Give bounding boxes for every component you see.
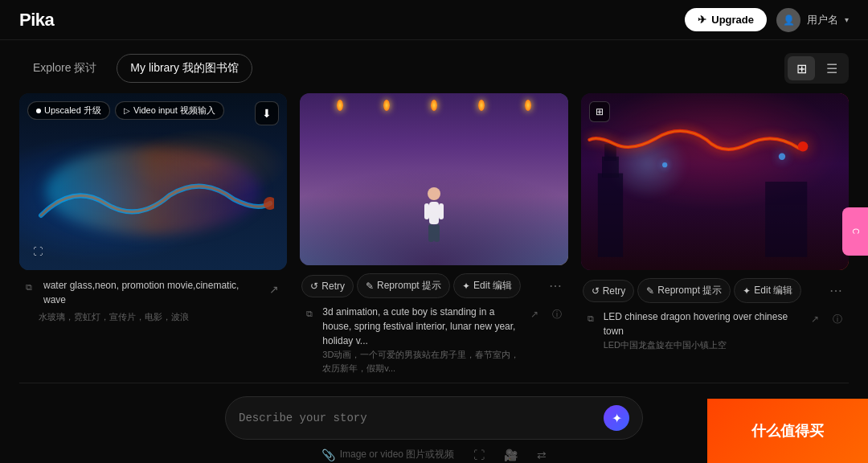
lanterns <box>300 100 567 111</box>
spark-button[interactable]: ✦ <box>604 405 629 431</box>
svg-rect-2 <box>429 202 439 224</box>
card-3-prompt-icon: ⧉ <box>583 310 599 326</box>
card-3-info: ↺ Retry ✎ Reprompt 提示 ✦ Edit 编辑 ⋯ ⧉ LED … <box>581 270 849 360</box>
card-3-meta-text: LED chinese dragon hovering over chinese… <box>604 309 800 352</box>
grid-view-button[interactable]: ⊞ <box>788 56 815 80</box>
prompt-copy-icon: ⧉ <box>21 279 37 295</box>
tab-my-library[interactable]: My library 我的图书馆 <box>117 54 252 83</box>
card-3-reprompt-button[interactable]: ✎ Reprompt 提示 <box>637 278 731 303</box>
card-3-img-icon: ⊞ <box>589 101 610 122</box>
username: 用户名 <box>807 13 838 27</box>
card-1-prompt-en: water glass,neon, promotion movie,cinema… <box>43 278 256 307</box>
nav-tabs: Explore 探讨 My library 我的图书馆 ⊞ ☰ <box>0 40 868 93</box>
card-3-retry-button[interactable]: ↺ Retry <box>583 280 635 302</box>
card-2-prompt-zh: 3D动画，一个可爱的男孩站在房子里，春节室内，农历新年，假期v... <box>322 348 519 375</box>
card-3-prompt-zh: LED中国龙盘旋在中国小镇上空 <box>604 338 800 352</box>
camera-tool-button[interactable]: 🎥 <box>504 449 518 461</box>
card-2-prompt-icon: ⧉ <box>301 305 317 322</box>
svg-point-12 <box>662 162 667 167</box>
swap-tool-button[interactable]: ⇄ <box>537 449 547 461</box>
card-1-actions: ⧉ water glass,neon, promotion movie,cine… <box>21 278 285 307</box>
card-3-edit-icon: ✦ <box>743 285 751 297</box>
svg-rect-7 <box>597 174 622 257</box>
card-2-meta-actions: ↗ ⓘ <box>525 305 567 324</box>
card-2: ↺ Retry ✎ Reprompt 提示 ✦ Edit 编辑 ⋯ ⧉ 3d a… <box>300 93 567 383</box>
svg-point-1 <box>428 187 440 200</box>
card-1-prompt-zh: 水玻璃，霓虹灯，宣传片，电影，波浪 <box>21 310 285 324</box>
card-3-share-button[interactable]: ↗ <box>805 309 825 329</box>
main-content: Upscaled 升级 ▷ Video input 视频输入 ⬇ ⛶ ⧉ wat… <box>0 93 868 383</box>
reprompt-icon: ✎ <box>366 281 374 292</box>
svg-rect-3 <box>424 203 429 219</box>
card-1-text: water glass,neon, promotion movie,cinema… <box>43 278 256 307</box>
user-area[interactable]: 👤 用户名 ▾ <box>776 8 849 32</box>
card-3-actions: ↺ Retry ✎ Reprompt 提示 ✦ Edit 编辑 ⋯ <box>583 278 847 303</box>
floating-button[interactable]: C <box>842 207 868 256</box>
edit-icon: ✦ <box>462 281 470 292</box>
card-2-prompt-en: 3d animation, a cute boy is standing in … <box>322 305 519 348</box>
plane-icon: ✈ <box>698 14 706 26</box>
svg-rect-9 <box>604 144 616 161</box>
watermark: 什么值得买 <box>707 399 868 463</box>
header-right: ✈ Upgrade 👤 用户名 ▾ <box>685 8 849 32</box>
card-2-meta-text: 3d animation, a cute boy is standing in … <box>322 305 519 375</box>
swap-icon: ⇄ <box>537 449 547 461</box>
card-2-more-button[interactable]: ⋯ <box>544 275 567 297</box>
download-button[interactable]: ⬇ <box>255 101 279 125</box>
expand-tool-button[interactable]: ⛶ <box>473 449 485 461</box>
card-1-badges: Upscaled 升级 ▷ Video input 视频输入 <box>27 101 224 120</box>
svg-rect-4 <box>439 203 444 219</box>
card-2-info: ↺ Retry ✎ Reprompt 提示 ✦ Edit 编辑 ⋯ ⧉ 3d a… <box>300 265 567 383</box>
retry-icon: ↺ <box>310 281 318 292</box>
tab-explore[interactable]: Explore 探讨 <box>19 54 110 83</box>
svg-rect-6 <box>434 224 440 242</box>
story-input-container: ✦ <box>225 396 643 440</box>
card-3-edit-button[interactable]: ✦ Edit 编辑 <box>734 278 801 303</box>
card-2-share-button[interactable]: ↗ <box>525 305 544 324</box>
card-2-video <box>300 93 567 265</box>
expand-button[interactable]: ⛶ <box>27 241 48 262</box>
svg-point-11 <box>797 141 807 151</box>
card-3-meta: ⧉ LED chinese dragon hovering over chine… <box>583 309 847 352</box>
share-button[interactable]: ↗ <box>263 278 285 301</box>
card-1-video: Upscaled 升级 ▷ Video input 视频输入 ⬇ ⛶ <box>19 93 287 270</box>
card-2-meta: ⧉ 3d animation, a cute boy is standing i… <box>301 305 566 375</box>
card-3-more-button[interactable]: ⋯ <box>825 280 847 302</box>
card-3-info-button[interactable]: ⓘ <box>828 309 847 329</box>
view-toggle: ⊞ ☰ <box>784 53 849 84</box>
avatar: 👤 <box>776 8 800 32</box>
card-2-actions: ↺ Retry ✎ Reprompt 提示 ✦ Edit 编辑 ⋯ <box>301 273 566 298</box>
card-3-retry-icon: ↺ <box>592 285 600 297</box>
header: Pika ✈ Upgrade 👤 用户名 ▾ <box>0 0 868 40</box>
card-1: Upscaled 升级 ▷ Video input 视频输入 ⬇ ⛶ ⧉ wat… <box>19 93 287 383</box>
expand-icon: ⛶ <box>473 449 485 461</box>
attach-label: Image or video 图片或视频 <box>340 448 455 461</box>
bottom-tools: 📎 Image or video 图片或视频 ⛶ 🎥 ⇄ <box>225 448 643 461</box>
video-input-badge: ▷ Video input 视频输入 <box>115 101 224 120</box>
card-3: ⊞ ↺ Retry ✎ Reprompt 提示 ✦ Edit 编辑 ⋯ ⧉ <box>581 93 849 383</box>
logo: Pika <box>19 10 54 31</box>
camera-icon: 🎥 <box>504 449 518 461</box>
card-3-video: ⊞ <box>581 93 849 270</box>
card-2-retry-button[interactable]: ↺ Retry <box>301 275 354 297</box>
upgrade-label: Upgrade <box>711 14 754 26</box>
card-1-info: ⧉ water glass,neon, promotion movie,cine… <box>19 270 287 332</box>
attach-tool-button[interactable]: 📎 Image or video 图片或视频 <box>321 448 455 461</box>
svg-rect-5 <box>428 224 434 242</box>
card-2-reprompt-button[interactable]: ✎ Reprompt 提示 <box>357 273 450 298</box>
paperclip-icon: 📎 <box>321 449 335 461</box>
svg-rect-10 <box>765 182 807 257</box>
svg-point-13 <box>778 154 784 160</box>
story-input[interactable] <box>239 412 596 424</box>
card-3-meta-actions: ↗ ⓘ <box>805 309 847 329</box>
list-view-button[interactable]: ☰ <box>818 56 845 80</box>
upgrade-button[interactable]: ✈ Upgrade <box>685 8 767 31</box>
chevron-down-icon: ▾ <box>845 15 849 24</box>
card-3-prompt-en: LED chinese dragon hovering over chinese… <box>604 309 800 338</box>
card-2-edit-button[interactable]: ✦ Edit 编辑 <box>453 273 521 298</box>
upscaled-badge: Upscaled 升级 <box>27 101 110 120</box>
card-2-info-button[interactable]: ⓘ <box>547 305 567 324</box>
card-3-reprompt-icon: ✎ <box>646 285 654 297</box>
